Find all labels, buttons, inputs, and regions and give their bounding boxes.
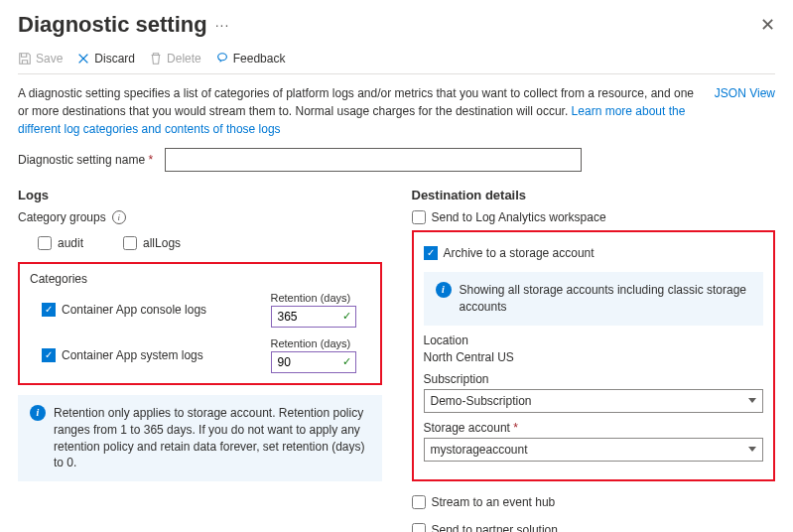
partner-row[interactable]: Send to partner solution: [412, 523, 776, 532]
discard-label: Discard: [94, 52, 135, 66]
discard-icon: [76, 52, 90, 66]
info-icon[interactable]: i: [112, 210, 126, 224]
close-icon[interactable]: ✕: [760, 14, 775, 36]
log-analytics-label: Send to Log Analytics workspace: [432, 210, 606, 224]
name-row: Diagnostic setting name: [18, 148, 775, 172]
archive-checkbox[interactable]: [424, 246, 438, 260]
name-input[interactable]: [165, 148, 582, 172]
system-logs-label: Container App system logs: [62, 348, 203, 362]
audit-label: audit: [58, 236, 83, 250]
categories-label: Categories: [30, 272, 370, 286]
logs-column: Logs Category groups i audit allLogs Cat…: [18, 188, 382, 532]
alllogs-checkbox[interactable]: [123, 236, 137, 250]
subscription-label: Subscription: [424, 372, 764, 386]
alllogs-checkbox-row[interactable]: allLogs: [123, 236, 181, 250]
chevron-down-icon: [748, 398, 756, 403]
eventhub-row[interactable]: Stream to an event hub: [412, 495, 776, 509]
alllogs-label: allLogs: [143, 236, 181, 250]
retention-note: i Retention only applies to storage acco…: [18, 395, 382, 481]
category-groups-label: Category groups i: [18, 210, 382, 224]
location-label: Location: [424, 333, 764, 347]
storage-account-value: mystorageaccount: [431, 443, 528, 457]
logs-title: Logs: [18, 188, 382, 202]
audit-checkbox[interactable]: [38, 236, 52, 250]
more-icon[interactable]: ···: [215, 17, 230, 33]
save-icon: [18, 52, 32, 66]
system-logs-checkbox[interactable]: [42, 348, 56, 362]
subscription-dropdown[interactable]: Demo-Subscription: [424, 389, 764, 413]
audit-checkbox-row[interactable]: audit: [38, 236, 83, 250]
toolbar: Save Discard Delete Feedback: [18, 52, 775, 74]
retention-label-1: Retention (days): [271, 337, 370, 349]
retention-label-0: Retention (days): [271, 292, 370, 304]
page-title: Diagnostic setting: [18, 12, 207, 38]
console-logs-checkbox[interactable]: [42, 303, 56, 317]
json-view-link[interactable]: JSON View: [715, 84, 775, 102]
eventhub-checkbox[interactable]: [412, 495, 426, 509]
chevron-down-icon: [748, 447, 756, 452]
description: A diagnostic setting specifies a list of…: [18, 84, 775, 138]
category-row: Container App console logs Retention (da…: [30, 292, 370, 328]
subscription-value: Demo-Subscription: [431, 394, 532, 408]
archive-note: i Showing all storage accounts including…: [424, 272, 764, 326]
location-value: North Central US: [424, 350, 764, 364]
partner-checkbox[interactable]: [412, 523, 426, 532]
info-icon: i: [436, 282, 452, 298]
save-button[interactable]: Save: [18, 52, 63, 66]
check-icon: ✓: [342, 355, 351, 368]
console-logs-label: Container App console logs: [62, 303, 206, 317]
archive-box: Archive to a storage account i Showing a…: [412, 230, 776, 481]
save-label: Save: [36, 52, 63, 66]
category-row: Container App system logs Retention (day…: [30, 337, 370, 373]
retention-note-text: Retention only applies to storage accoun…: [54, 405, 370, 471]
archive-note-text: Showing all storage accounts including c…: [460, 282, 752, 316]
console-logs-checkbox-row[interactable]: Container App console logs: [30, 303, 206, 317]
archive-label: Archive to a storage account: [444, 246, 595, 260]
discard-button[interactable]: Discard: [76, 52, 135, 66]
feedback-button[interactable]: Feedback: [215, 52, 286, 66]
delete-icon: [149, 52, 163, 66]
feedback-icon: [215, 52, 229, 66]
destination-title: Destination details: [412, 188, 776, 202]
delete-button[interactable]: Delete: [149, 52, 201, 66]
storage-account-label: Storage account: [424, 421, 764, 435]
info-icon: i: [30, 405, 46, 421]
delete-label: Delete: [167, 52, 201, 66]
log-analytics-row[interactable]: Send to Log Analytics workspace: [412, 210, 776, 224]
feedback-label: Feedback: [233, 52, 286, 66]
destination-column: Destination details Send to Log Analytic…: [412, 188, 776, 532]
archive-row[interactable]: Archive to a storage account: [424, 246, 764, 260]
title-row: Diagnostic setting ··· ✕: [18, 12, 775, 38]
name-label: Diagnostic setting name: [18, 153, 153, 167]
storage-account-dropdown[interactable]: mystorageaccount: [424, 438, 764, 462]
categories-box: Categories Container App console logs Re…: [18, 262, 382, 385]
partner-label: Send to partner solution: [432, 523, 558, 532]
eventhub-label: Stream to an event hub: [432, 495, 556, 509]
system-logs-checkbox-row[interactable]: Container App system logs: [30, 348, 203, 362]
check-icon: ✓: [342, 310, 351, 323]
log-analytics-checkbox[interactable]: [412, 210, 426, 224]
